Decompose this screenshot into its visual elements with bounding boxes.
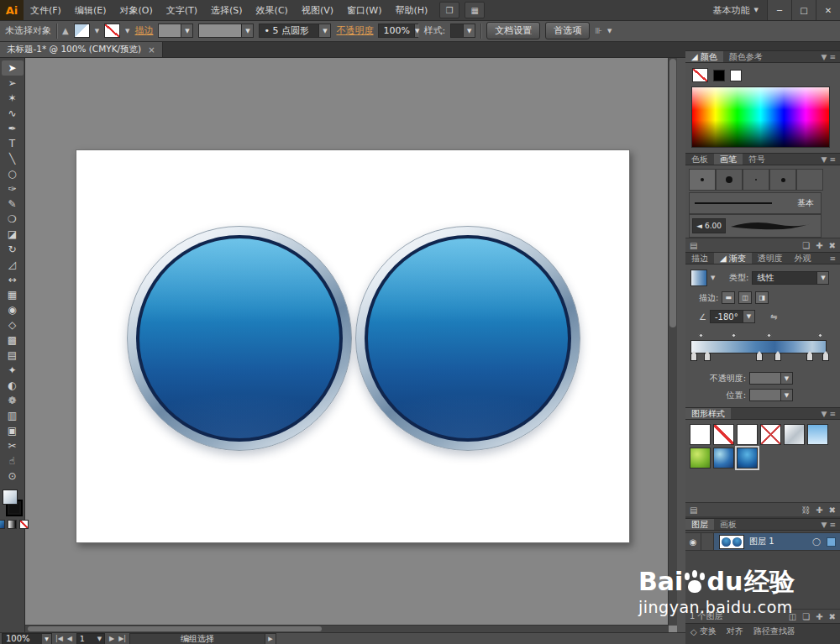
lock-toggle[interactable]: [701, 533, 714, 550]
panel-menu-icon[interactable]: ▼ ≡: [817, 408, 840, 419]
gradient-stop[interactable]: [806, 353, 813, 361]
direct-selection-tool[interactable]: ➢: [2, 76, 24, 91]
style-libraries-icon[interactable]: ▤: [690, 505, 697, 515]
new-sublayer-icon[interactable]: ❏: [802, 612, 810, 621]
tab-transparency[interactable]: 透明度: [752, 253, 789, 264]
lasso-tool[interactable]: ∿: [2, 106, 24, 121]
tab-color-guide[interactable]: 颜色参考: [723, 51, 769, 62]
menu-type[interactable]: 文字(T): [160, 0, 204, 20]
document-setup-button[interactable]: 文档设置: [486, 22, 540, 39]
new-layer-icon[interactable]: ✚: [816, 612, 822, 621]
style-swatch-silver[interactable]: [784, 424, 805, 445]
style-swatch-green[interactable]: [690, 448, 711, 469]
blend-tool[interactable]: ◐: [2, 378, 24, 393]
delete-brush-icon[interactable]: ✖: [829, 241, 836, 250]
gradient-stop[interactable]: [774, 353, 781, 361]
fill-swatch[interactable]: [3, 490, 18, 505]
gradient-mode-icon[interactable]: [8, 520, 17, 529]
style-swatch-blue-button-selected[interactable]: [737, 448, 758, 469]
status-menu-icon[interactable]: ▶: [265, 633, 276, 644]
document-layout-icon[interactable]: ▦: [465, 2, 485, 18]
style-swatch-swirl[interactable]: [713, 448, 734, 469]
gradient-midpoint[interactable]: [698, 332, 704, 338]
brush-libraries-icon[interactable]: ▤: [690, 241, 697, 250]
menu-object[interactable]: 对象(O): [113, 0, 159, 20]
tab-color[interactable]: ◢ 颜色: [685, 51, 723, 62]
gradient-midpoint[interactable]: [731, 332, 737, 338]
brush-item[interactable]: [769, 169, 796, 191]
width-profile-dropdown[interactable]: ▼: [198, 24, 254, 38]
ellipse-tool[interactable]: ○: [2, 166, 24, 181]
vertical-scrollbar-thumb[interactable]: [669, 59, 676, 327]
none-color-swatch[interactable]: [692, 68, 708, 82]
arrange-documents-icon[interactable]: ❒: [439, 2, 459, 18]
free-transform-tool[interactable]: ▦: [2, 287, 24, 302]
blue-button-right[interactable]: [355, 226, 580, 451]
tab-graphic-styles[interactable]: 图形样式: [685, 408, 731, 419]
tab-stroke[interactable]: 描边: [685, 253, 714, 264]
gradient-opacity-dropdown[interactable]: ▼: [749, 372, 793, 385]
zoom-level-dropdown[interactable]: 100% ▼: [2, 633, 52, 644]
line-segment-tool[interactable]: ╲: [2, 151, 24, 166]
delete-style-icon[interactable]: ✖: [829, 505, 836, 515]
magic-wand-tool[interactable]: ✶: [2, 91, 24, 106]
pencil-tool[interactable]: ✎: [2, 196, 24, 212]
next-artboard-icon[interactable]: ▶: [109, 635, 114, 642]
fill-stroke-proxy[interactable]: [2, 489, 24, 517]
style-swatch-none[interactable]: [713, 424, 734, 445]
stroke-panel-link[interactable]: 描边: [134, 24, 153, 37]
tab-brushes[interactable]: 画笔: [714, 154, 743, 165]
target-circle-icon[interactable]: ◯: [812, 537, 821, 546]
panel-menu-icon[interactable]: ▼ ≡: [817, 51, 840, 62]
stroke-color-swatch[interactable]: [104, 24, 120, 38]
menu-select[interactable]: 选择(S): [204, 0, 249, 20]
brush-item-calligraphic[interactable]: ◄ 6.00: [689, 214, 822, 238]
brush-item[interactable]: [743, 169, 769, 191]
brush-size-field[interactable]: ◄ 6.00: [692, 218, 726, 233]
preferences-button[interactable]: 首选项: [545, 22, 590, 39]
chevron-down-icon[interactable]: ▼: [711, 275, 715, 281]
column-graph-tool[interactable]: ▥: [2, 408, 24, 423]
rotate-tool[interactable]: ↻: [2, 242, 24, 257]
brush-item[interactable]: [689, 169, 716, 191]
vertical-scrollbar[interactable]: [668, 57, 677, 626]
stroke-gradient-along-icon[interactable]: ◫: [738, 291, 752, 304]
gradient-midpoint[interactable]: [817, 332, 823, 338]
delete-layer-icon[interactable]: ✖: [829, 612, 836, 621]
none-mode-icon[interactable]: [19, 520, 29, 529]
workspace-switcher[interactable]: 基本功能 ▼: [705, 0, 767, 20]
brush-item-basic[interactable]: 基本: [689, 192, 822, 214]
mesh-tool[interactable]: ▩: [2, 332, 24, 348]
menu-help[interactable]: 帮助(H): [388, 0, 434, 20]
document-tab[interactable]: 未标题-1* @ 100% (CMYK/预览) ×: [0, 42, 163, 57]
tab-transform[interactable]: ◇ 变换: [685, 624, 722, 639]
first-artboard-icon[interactable]: |◀: [55, 635, 63, 642]
style-swatch-red-x[interactable]: [760, 424, 781, 445]
artboard-tool[interactable]: ▣: [2, 423, 24, 438]
menu-view[interactable]: 视图(V): [295, 0, 340, 20]
paintbrush-tool[interactable]: ✑: [2, 181, 24, 196]
style-swatch-default[interactable]: [690, 424, 711, 445]
menu-edit[interactable]: 编辑(E): [68, 0, 113, 20]
style-swatch-sky[interactable]: [807, 424, 828, 445]
fill-color-swatch[interactable]: [74, 24, 90, 38]
new-brush-icon[interactable]: ✚: [816, 241, 822, 250]
perspective-grid-tool[interactable]: ◇: [2, 317, 24, 332]
brush-item[interactable]: [716, 169, 743, 191]
artboard[interactable]: [76, 149, 630, 543]
type-tool[interactable]: T: [2, 136, 24, 151]
gradient-midpoint[interactable]: [766, 332, 772, 338]
hand-tool[interactable]: ☝: [2, 453, 24, 469]
close-button[interactable]: ✕: [816, 0, 840, 20]
gradient-angle-dropdown[interactable]: -180° ▼: [710, 310, 755, 323]
prev-artboard-icon[interactable]: ◀: [67, 635, 72, 642]
stroke-gradient-across-icon[interactable]: ◨: [755, 291, 769, 304]
menu-file[interactable]: 文件(F): [24, 0, 68, 20]
tab-layers[interactable]: 图层: [685, 519, 714, 530]
align-options-icon[interactable]: ⊪: [595, 26, 602, 35]
last-artboard-icon[interactable]: ▶|: [118, 635, 126, 642]
width-tool[interactable]: ↔: [2, 272, 24, 287]
horizontal-scrollbar-thumb[interactable]: [28, 626, 322, 631]
menu-window[interactable]: 窗口(W): [340, 0, 388, 20]
style-swatch-white[interactable]: [737, 424, 758, 445]
